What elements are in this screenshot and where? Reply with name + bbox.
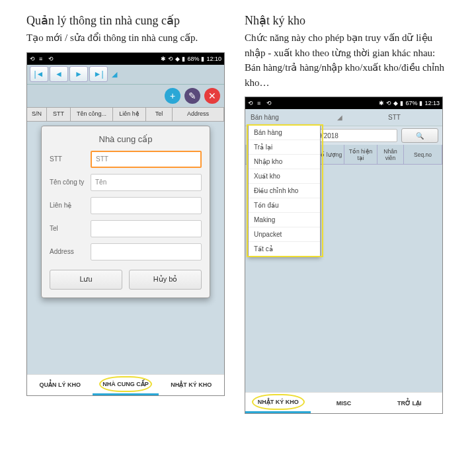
edit-button[interactable]: ✎ — [184, 88, 200, 104]
bluetooth-icon: ✱ — [379, 100, 384, 106]
signal-icon: ▮ — [182, 56, 185, 62]
tab-log[interactable]: NHẬT KÝ KHO — [245, 393, 311, 413]
sync3-icon: ⟲ — [168, 56, 173, 62]
dialog-overlay: Nhà cung cấp STT STT Tên công ty Tên Liê… — [27, 123, 224, 372]
bottom-tabs-right: NHẬT KÝ KHO MISC TRỞ LẠI — [245, 392, 442, 413]
battery-icon: ▮ — [201, 56, 204, 62]
sync2-icon: ⟲ — [48, 56, 55, 62]
right-subheading: Chức năng này cho phép bạn truy vấn dữ l… — [245, 30, 450, 90]
save-button[interactable]: Lưu — [50, 270, 122, 290]
nav-next-button[interactable]: ► — [69, 66, 88, 82]
action-row: + ✎ ✕ — [27, 85, 224, 107]
nav-first-button[interactable]: |◄ — [30, 66, 48, 82]
delete-button[interactable]: ✕ — [204, 88, 220, 104]
battery-text: 67% — [405, 100, 417, 106]
field-row-contact: Liên hệ — [50, 197, 202, 214]
nav-prev-button[interactable]: ◄ — [50, 66, 68, 82]
left-subheading: Tạo mới / sửa đổi thông tin nhà cung cấp… — [26, 30, 231, 46]
th-stt: STT — [47, 108, 71, 121]
app-icon: ≡ — [39, 56, 46, 62]
right-heading: Nhật ký kho — [245, 13, 450, 28]
clock-text: 12:10 — [206, 56, 221, 62]
right-column: Nhật ký kho Chức năng này cho phép bạn t… — [245, 13, 450, 414]
dialog-title: Nhà cung cấp — [50, 132, 202, 151]
dropdown-caret-icon[interactable]: ◢ — [109, 70, 117, 79]
supplier-dialog: Nhà cung cấp STT STT Tên công ty Tên Liê… — [41, 126, 210, 298]
opt-return[interactable]: Trả lại — [249, 140, 320, 155]
signal-icon: ▮ — [400, 100, 403, 106]
field-label-address: Address — [50, 248, 91, 255]
battery-icon: ▮ — [419, 100, 422, 106]
field-row-tel: Tel — [50, 220, 202, 237]
clock-text: 12:13 — [424, 100, 440, 106]
field-label-company: Tên công ty — [50, 178, 91, 186]
th-staff: Nhân viên — [377, 145, 404, 164]
app-icon: ≡ — [257, 100, 264, 106]
sync-icon: ⟲ — [30, 56, 36, 62]
add-button[interactable]: + — [165, 88, 180, 104]
opt-sale[interactable]: Bán hàng — [249, 126, 320, 140]
tab-supplier-label: NHÀ CUNG CẤP — [102, 381, 149, 387]
tab-supplier[interactable]: NHÀ CUNG CẤP — [93, 375, 158, 395]
th-company: Tên công... — [71, 108, 113, 121]
tel-input[interactable] — [91, 220, 202, 237]
supplier-table-header: S/N STT Tên công... Liên hệ Tel Address — [27, 107, 224, 122]
th-contact: Liên hệ — [113, 108, 146, 121]
th-seq: Seq.no — [404, 145, 442, 164]
th-tel: Tel — [146, 108, 173, 121]
nav-last-button[interactable]: ►| — [89, 66, 108, 82]
type-select[interactable]: Bán hàng ◢ — [245, 114, 346, 121]
type-select-value: Bán hàng — [251, 114, 279, 121]
right-phone: ⟲ ≡ ⟲ ✱ ⟲ ◆ ▮ 67% ▮ 12:13 Bán hàng ◢ — [245, 97, 443, 414]
opt-all[interactable]: Tất cả — [249, 242, 320, 256]
field-row-company: Tên công ty Tên — [50, 174, 202, 191]
bottom-tabs-left: QUẢN LÝ KHO NHÀ CUNG CẤP NHẬT KÝ KHO — [27, 374, 224, 395]
opt-opening[interactable]: Tồn đầu — [249, 198, 320, 213]
left-heading: Quản lý thông tin nhà cung cấp — [26, 13, 231, 28]
opt-export[interactable]: Xuất kho — [249, 169, 320, 184]
cancel-button[interactable]: Hủy bỏ — [129, 270, 202, 290]
chevron-down-icon: ◢ — [337, 114, 346, 121]
left-column: Quản lý thông tin nhà cung cấp Tạo mới /… — [26, 13, 231, 414]
field-label-contact: Liên hệ — [50, 202, 91, 209]
field-row-address: Address — [50, 243, 202, 260]
field-label-tel: Tel — [50, 225, 91, 232]
sync-icon: ⟲ — [248, 100, 255, 106]
filter-row: Bán hàng ◢ STT — [245, 109, 442, 126]
address-input[interactable] — [91, 243, 202, 260]
tab-misc[interactable]: MISC — [311, 393, 376, 413]
contact-input[interactable] — [91, 197, 202, 214]
company-input[interactable]: Tên — [91, 174, 202, 191]
stt-header: STT — [346, 114, 442, 121]
opt-making[interactable]: Making — [249, 213, 320, 227]
tab-warehouse-mgmt[interactable]: QUẢN LÝ KHO — [27, 375, 93, 395]
search-icon: 🔍 — [416, 132, 424, 139]
nav-toolbar: |◄ ◄ ► ►| ◢ — [27, 65, 224, 85]
opt-adjust[interactable]: Điều chỉnh kho — [249, 184, 320, 198]
type-dropdown: Bán hàng Trả lại Nhập kho Xuất kho Điều … — [248, 125, 321, 257]
field-row-stt: STT STT — [50, 151, 202, 168]
tab-log-label: NHẬT KÝ KHO — [258, 399, 299, 405]
th-address: Address — [173, 108, 224, 121]
wifi-icon: ◆ — [393, 100, 398, 106]
wifi-icon: ◆ — [175, 56, 180, 62]
th-sn: S/N — [27, 108, 47, 121]
search-button[interactable]: 🔍 — [401, 128, 438, 143]
sync2-icon: ⟲ — [266, 100, 273, 106]
sync3-icon: ⟲ — [386, 100, 391, 106]
left-phone: ⟲ ≡ ⟲ ✱ ⟲ ◆ ▮ 68% ▮ 12:10 |◄ ◄ ► ►| — [26, 52, 225, 396]
tab-warehouse-log[interactable]: NHẬT KÝ KHO — [159, 375, 224, 395]
opt-import[interactable]: Nhập kho — [249, 155, 320, 169]
bluetooth-icon: ✱ — [161, 56, 166, 62]
opt-unpacket[interactable]: Unpacket — [249, 227, 320, 242]
field-label-stt: STT — [50, 155, 91, 163]
tab-back[interactable]: TRỞ LẠI — [377, 393, 442, 413]
stt-input[interactable]: STT — [91, 151, 202, 168]
status-bar: ⟲ ≡ ⟲ ✱ ⟲ ◆ ▮ 68% ▮ 12:10 — [27, 53, 224, 65]
battery-text: 68% — [187, 56, 199, 62]
status-bar-right: ⟲ ≡ ⟲ ✱ ⟲ ◆ ▮ 67% ▮ 12:13 — [245, 97, 442, 109]
th-stock: Tồn hiện tại — [344, 145, 377, 164]
